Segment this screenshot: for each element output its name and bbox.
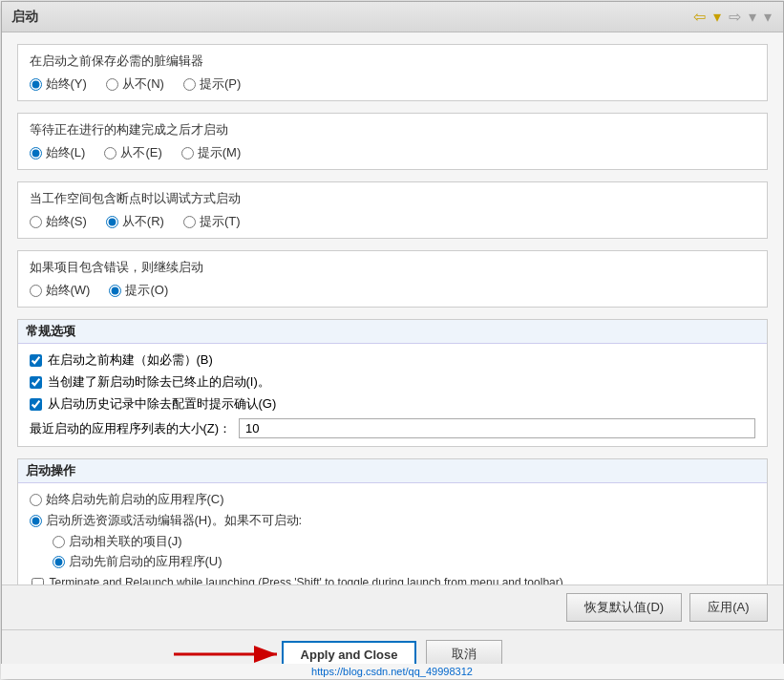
watermark: https://blog.csdn.net/qq_49998312: [1, 664, 784, 679]
size-row: 最近启动的应用程序列表的大小(Z)：: [30, 418, 755, 438]
terminate-label: Terminate and Relaunch while launching (…: [50, 576, 563, 584]
radio-always-w-label: 始终(W): [46, 282, 91, 299]
radio-prompt-t[interactable]: 提示(T): [183, 213, 241, 230]
radio-group-dirty-editors: 始终(Y) 从不(N) 提示(P): [30, 75, 755, 93]
radio-always-y-label: 始终(Y): [46, 75, 87, 93]
radio-prompt-o-label: 提示(O): [125, 282, 168, 299]
checkbox-group-general: 在启动之前构建（如必需）(B) 当创建了新启动时除去已终止的启动(I)。 从启动…: [30, 351, 755, 413]
section-debug-mode-label: 当工作空间包含断点时以调试方式启动: [30, 190, 755, 207]
radio-always-launch-prev[interactable]: 始终启动先前启动的应用程序(C): [30, 491, 755, 508]
section-debug-mode: 当工作空间包含断点时以调试方式启动 始终(S) 从不(R) 提示(T): [17, 181, 768, 239]
radio-always-y[interactable]: 始终(Y): [30, 75, 87, 93]
radio-always-s[interactable]: 始终(S): [30, 213, 87, 230]
sub-options: 启动相关联的项目(J) 启动先前启动的应用程序(U): [53, 533, 755, 570]
section-launch-ops: 启动操作 始终启动先前启动的应用程序(C) 启动所选资源或活动编辑器(H)。如果…: [17, 458, 768, 584]
radio-launch-selected-label: 启动所选资源或活动编辑器(H)。如果不可启动:: [46, 512, 303, 529]
terminate-checkbox[interactable]: [32, 578, 44, 584]
checkbox-confirm-remove[interactable]: 从启动历史记录中除去配置时提示确认(G): [30, 395, 755, 413]
section-wait-build-label: 等待正在进行的构建完成之后才启动: [30, 121, 755, 138]
radio-prompt-o[interactable]: 提示(O): [109, 282, 168, 299]
radio-never-r-label: 从不(R): [122, 213, 164, 230]
section-errors: 如果项目包含错误，则继续启动 始终(W) 提示(O): [17, 250, 768, 308]
radio-group-errors: 始终(W) 提示(O): [30, 282, 755, 299]
checkbox-remove-terminated[interactable]: 当创建了新启动时除去已终止的启动(I)。: [30, 373, 755, 391]
launch-ops-title: 启动操作: [18, 459, 767, 483]
radio-launch-related-label: 启动相关联的项目(J): [69, 533, 182, 550]
radio-always-s-label: 始终(S): [46, 213, 87, 230]
radio-group-wait-build: 始终(L) 从不(E) 提示(M): [30, 144, 755, 161]
back-nav-dropdown-icon[interactable]: ▾: [711, 8, 723, 26]
section-errors-label: 如果项目包含错误，则继续启动: [30, 259, 755, 276]
radio-group-debug-mode: 始终(S) 从不(R) 提示(T): [30, 213, 755, 230]
forward-nav-dropdown-icon[interactable]: ▾: [747, 8, 758, 26]
radio-never-e-label: 从不(E): [120, 144, 161, 161]
radio-never-e[interactable]: 从不(E): [104, 144, 161, 161]
section-dirty-editors-label: 在启动之前保存必需的脏编辑器: [30, 53, 755, 70]
radio-never-n-label: 从不(N): [122, 75, 164, 93]
radio-prompt-p[interactable]: 提示(P): [183, 75, 241, 93]
radio-never-n[interactable]: 从不(N): [106, 75, 164, 93]
checkbox-build-before-label: 在启动之前构建（如必需）(B): [48, 351, 213, 369]
apply-button[interactable]: 应用(A): [689, 593, 767, 622]
radio-prompt-m-label: 提示(M): [198, 144, 242, 161]
header-icons: ⇦ ▾ ⇨ ▾ ▾: [691, 8, 773, 26]
checkbox-remove-terminated-label: 当创建了新启动时除去已终止的启动(I)。: [48, 373, 270, 391]
dialog-title: 启动: [11, 9, 38, 26]
general-title: 常规选项: [18, 320, 767, 344]
dialog-header: 启动 ⇦ ▾ ⇨ ▾ ▾: [2, 2, 783, 32]
radio-always-launch-prev-label: 始终启动先前启动的应用程序(C): [46, 491, 224, 508]
menu-dropdown-icon[interactable]: ▾: [762, 8, 773, 26]
checkbox-build-before[interactable]: 在启动之前构建（如必需）(B): [30, 351, 755, 369]
checkbox-confirm-remove-label: 从启动历史记录中除去配置时提示确认(G): [48, 395, 277, 413]
section-dirty-editors: 在启动之前保存必需的脏编辑器 始终(Y) 从不(N) 提示(P): [17, 44, 768, 101]
radio-launch-prev-sub-label: 启动先前启动的应用程序(U): [69, 553, 222, 570]
radio-launch-selected[interactable]: 启动所选资源或活动编辑器(H)。如果不可启动:: [30, 512, 755, 529]
size-input[interactable]: [239, 418, 754, 438]
radio-never-r[interactable]: 从不(R): [106, 213, 164, 230]
radio-always-l[interactable]: 始终(L): [30, 144, 86, 161]
radio-prompt-m[interactable]: 提示(M): [181, 144, 242, 161]
dialog-content: 在启动之前保存必需的脏编辑器 始终(Y) 从不(N) 提示(P): [2, 32, 783, 584]
radio-always-w[interactable]: 始终(W): [30, 282, 91, 299]
launch-ops-radio-group: 始终启动先前启动的应用程序(C) 启动所选资源或活动编辑器(H)。如果不可启动:…: [30, 491, 755, 570]
size-label: 最近启动的应用程序列表的大小(Z)：: [30, 420, 232, 437]
radio-always-l-label: 始终(L): [46, 144, 86, 161]
button-bar-top: 恢复默认值(D) 应用(A): [2, 584, 783, 629]
radio-launch-related[interactable]: 启动相关联的项目(J): [53, 533, 755, 550]
radio-prompt-t-label: 提示(T): [200, 213, 241, 230]
radio-prompt-p-label: 提示(P): [200, 75, 241, 93]
back-nav-icon[interactable]: ⇦: [691, 8, 708, 26]
section-general: 常规选项 在启动之前构建（如必需）(B) 当创建了新启动时除去已终止的启动(I)…: [17, 319, 768, 447]
forward-nav-icon[interactable]: ⇨: [727, 8, 743, 26]
terminate-row: Terminate and Relaunch while launching (…: [30, 576, 755, 584]
radio-launch-prev-sub[interactable]: 启动先前启动的应用程序(U): [53, 553, 755, 570]
restore-defaults-button[interactable]: 恢复默认值(D): [566, 593, 682, 622]
section-wait-build: 等待正在进行的构建完成之后才启动 始终(L) 从不(E) 提示(M): [17, 113, 768, 170]
